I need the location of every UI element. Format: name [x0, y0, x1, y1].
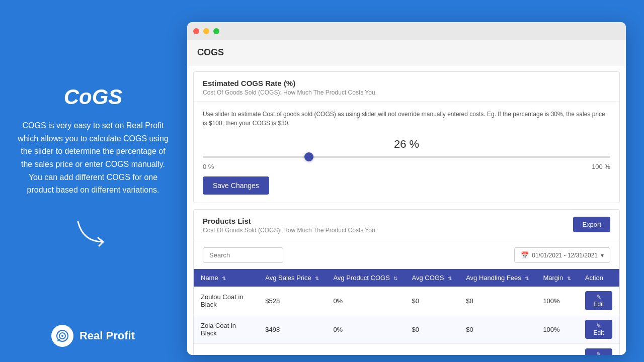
left-description: COGS is very easy to set on Real Profit …: [15, 119, 171, 197]
svg-point-2: [61, 335, 63, 337]
table-row: Zoulou Coat in Black$5280%$0$0100%✎ Edit: [194, 287, 619, 315]
arrow-illustration: [73, 217, 113, 247]
page-header: COGS: [187, 40, 626, 65]
sort-cogs-icon: ⇅: [448, 276, 452, 281]
slider-wrapper: [203, 156, 610, 158]
calendar-icon: 📅: [521, 251, 529, 259]
slider-thumb[interactable]: [304, 152, 313, 161]
table-row: Zola Coat in Black$4980%$0$0100%✎ Edit: [194, 315, 619, 344]
percentage-display: 26 %: [203, 138, 610, 151]
brand: Real Profit: [51, 325, 135, 347]
cogs-section-subtitle: Cost Of Goods Sold (COGS): How Much The …: [203, 89, 610, 96]
cell-3: $0: [405, 287, 459, 315]
cell-0: Zola Coat in Black: [194, 315, 258, 344]
brand-name: Real Profit: [79, 329, 135, 342]
col-action: Action: [578, 269, 619, 287]
edit-button[interactable]: ✎ Edit: [585, 291, 612, 310]
table-header: Name ⇅ Avg Sales Price ⇅ Avg Product COG…: [194, 269, 619, 287]
cell-5: 100%: [536, 344, 578, 355]
cogs-info-text: Use slider to estimate Cost of goods sol…: [203, 110, 610, 128]
col-name[interactable]: Name ⇅: [194, 269, 258, 287]
cogs-section-header: Estimated COGS Rate (%) Cost Of Goods So…: [194, 72, 619, 102]
col-avg-sales[interactable]: Avg Sales Price ⇅: [258, 269, 326, 287]
left-panel: CoGS COGS is very easy to set on Real Pr…: [0, 0, 186, 362]
action-cell: ✎ Edit: [578, 344, 619, 355]
slider-track: [203, 156, 610, 158]
brand-icon: [51, 325, 73, 347]
products-table: Name ⇅ Avg Sales Price ⇅ Avg Product COG…: [194, 269, 619, 355]
cell-1: $498: [258, 315, 326, 344]
cell-5: 100%: [536, 315, 578, 344]
cell-0: Zoulou Coat in Black: [194, 287, 258, 315]
cell-5: 100%: [536, 287, 578, 315]
browser-content: COGS Estimated COGS Rate (%) Cost Of Goo…: [187, 40, 626, 355]
col-avg-cogs[interactable]: Avg COGS ⇅: [405, 269, 459, 287]
col-margin[interactable]: Margin ⇅: [536, 269, 578, 287]
cell-4: $0: [459, 287, 536, 315]
cell-3: $0: [405, 344, 459, 355]
table-body: Zoulou Coat in Black$5280%$0$0100%✎ Edit…: [194, 287, 619, 355]
sort-name-icon: ⇅: [222, 276, 226, 281]
browser-window: COGS Estimated COGS Rate (%) Cost Of Goo…: [187, 22, 626, 355]
action-cell: ✎ Edit: [578, 287, 619, 315]
products-header: Products List Cost Of Goods Sold (COGS):…: [194, 210, 619, 241]
table-row: Zipper Jacket$7880%$0$0100%✎ Edit: [194, 344, 619, 355]
export-button[interactable]: Export: [573, 217, 610, 232]
browser-titlebar: [187, 22, 626, 40]
date-picker[interactable]: 📅 01/01/2021 - 12/31/2021 ▾: [514, 247, 610, 263]
date-range: 01/01/2021 - 12/31/2021: [532, 252, 598, 259]
date-picker-chevron: ▾: [601, 252, 604, 259]
search-input[interactable]: [203, 247, 283, 263]
slider-fill: [203, 156, 309, 158]
slider-max-label: 100 %: [592, 163, 610, 170]
left-title: CoGS: [64, 85, 123, 109]
edit-button[interactable]: ✎ Edit: [585, 320, 612, 339]
sort-avg-sales-icon: ⇅: [315, 276, 319, 281]
cell-1: $528: [258, 287, 326, 315]
cell-2: 0%: [326, 315, 405, 344]
cell-2: 0%: [326, 287, 405, 315]
cell-1: $788: [258, 344, 326, 355]
cell-4: $0: [459, 344, 536, 355]
cell-0: Zipper Jacket: [194, 344, 258, 355]
window-dot-red[interactable]: [193, 28, 199, 34]
products-subtitle: Cost Of Goods Sold (COGS): How Much The …: [203, 227, 377, 234]
sort-product-cogs-icon: ⇅: [393, 276, 397, 281]
slider-min-label: 0 %: [203, 163, 214, 170]
col-avg-handling[interactable]: Avg Handling Fees ⇅: [459, 269, 536, 287]
col-avg-product-cogs[interactable]: Avg Product COGS ⇅: [326, 269, 405, 287]
action-cell: ✎ Edit: [578, 315, 619, 344]
sort-margin-icon: ⇅: [567, 276, 571, 281]
cell-2: 0%: [326, 344, 405, 355]
save-changes-button[interactable]: Save Changes: [203, 176, 269, 195]
page-title: COGS: [197, 47, 224, 57]
window-dot-green[interactable]: [213, 28, 219, 34]
products-toolbar: 📅 01/01/2021 - 12/31/2021 ▾: [194, 241, 619, 269]
products-header-left: Products List Cost Of Goods Sold (COGS):…: [203, 217, 377, 234]
cogs-section-title: Estimated COGS Rate (%): [203, 79, 610, 87]
products-section: Products List Cost Of Goods Sold (COGS):…: [193, 209, 620, 355]
edit-button[interactable]: ✎ Edit: [585, 348, 612, 355]
cell-4: $0: [459, 315, 536, 344]
window-dot-yellow[interactable]: [203, 28, 209, 34]
cogs-section-body: Use slider to estimate Cost of goods sol…: [194, 102, 619, 203]
cell-3: $0: [405, 315, 459, 344]
sort-handling-icon: ⇅: [525, 276, 529, 281]
slider-labels: 0 % 100 %: [203, 163, 610, 170]
cogs-section: Estimated COGS Rate (%) Cost Of Goods So…: [193, 71, 620, 203]
products-title: Products List: [203, 217, 377, 225]
